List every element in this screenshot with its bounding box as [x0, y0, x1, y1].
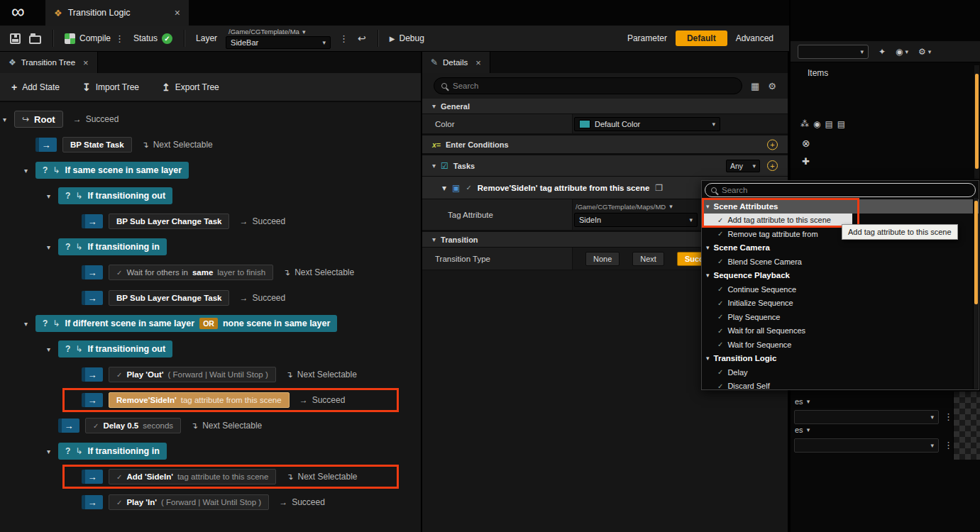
caret-down-icon[interactable]: ▾: [47, 243, 58, 251]
right-panel-dropdown[interactable]: ▾: [798, 45, 869, 59]
menu-item-delay[interactable]: ✓ Delay: [702, 365, 979, 379]
right-dropdown-2[interactable]: ▾: [794, 438, 939, 453]
right-dropdown-1[interactable]: ▾: [794, 410, 939, 424]
undo-icon[interactable]: ↩: [358, 33, 366, 44]
condition-node[interactable]: ? ↳ If transitioning out: [58, 187, 172, 204]
status-indicator[interactable]: Status ✓: [133, 33, 172, 44]
options-dots-icon[interactable]: ⋮: [944, 411, 954, 422]
condition-node[interactable]: ? ↳ If same scene in same layer: [35, 162, 189, 179]
menu-category-scene-camera[interactable]: ▾ Scene Camera: [702, 241, 979, 255]
caret-down-icon[interactable]: ▾: [3, 116, 14, 123]
tree-row-task[interactable]: → BP Sub Layer Change Task → Succeed: [0, 285, 421, 311]
visibility-button[interactable]: ◉ ▾: [896, 47, 908, 57]
layer-options-icon[interactable]: ⋮: [339, 33, 349, 44]
task-node[interactable]: BP Sub Layer Change Task: [109, 214, 229, 229]
tab-details[interactable]: ✎ Details ×: [422, 52, 490, 73]
compile-options-icon[interactable]: ⋮: [115, 33, 125, 44]
options-dots-icon[interactable]: ⋮: [944, 440, 954, 450]
column-view-icon[interactable]: ▦: [751, 81, 759, 92]
panel-icon-2[interactable]: ◉: [813, 119, 820, 129]
tree-row-task[interactable]: → ✓ Delay 0.5 seconds ↴ Next Selectable: [0, 413, 421, 438]
menu-search[interactable]: [705, 183, 976, 197]
task-node[interactable]: ✓ Play 'In' ( Forward | Wait Until Stop …: [109, 494, 269, 510]
section-enter-conditions[interactable]: x= Enter Conditions +: [422, 135, 788, 154]
menu-item-blend-scene-camera[interactable]: ✓ Blend Scene Camera: [702, 255, 979, 269]
tree-row-task-annotated[interactable]: → ✓ Add 'SideIn' tag attribute to this s…: [0, 464, 421, 489]
tab-transition-tree[interactable]: ❖ Transition Tree ×: [0, 52, 98, 73]
add-condition-icon[interactable]: +: [767, 139, 778, 150]
tree-row-task[interactable]: → ✓ Play 'Out' ( Forward | Wait Until St…: [0, 362, 421, 387]
sparkle-icon[interactable]: ✦: [879, 47, 886, 57]
circle-x-icon[interactable]: ⊗: [802, 138, 810, 149]
advanced-button[interactable]: Advanced: [736, 33, 773, 43]
tag-attribute-dropdown[interactable]: SideIn ▾: [574, 213, 698, 227]
tree-row-condition[interactable]: ▾ ? ↳ If same scene in same layer: [0, 157, 421, 183]
tag-attribute-path[interactable]: /Game/CGTemplate/Maps/MD ▾: [574, 203, 698, 211]
condition-node[interactable]: ? ↳ If transitioning in: [58, 443, 167, 460]
details-search[interactable]: [434, 77, 742, 94]
menu-category-sequence-playback[interactable]: ▾ Sequence Playback: [702, 269, 979, 283]
menu-item-continue-sequence[interactable]: ✓ Continue Sequence: [702, 282, 979, 297]
export-tree-button[interactable]: ↥ Export Tree: [162, 82, 219, 93]
compile-button[interactable]: Compile ⋮: [65, 33, 125, 44]
tree-row-condition[interactable]: ▾ ? ↳ If transitioning in: [0, 234, 421, 260]
settings-button[interactable]: ⚙ ▾: [918, 47, 931, 57]
menu-category-transition-logic[interactable]: ▾ Transition Logic: [702, 352, 979, 366]
tree-row-task[interactable]: → ✓ Wait for others in same layer to fin…: [0, 260, 421, 285]
close-icon[interactable]: ×: [83, 57, 89, 68]
transition-type-none-button[interactable]: None: [585, 252, 620, 266]
caret-down-icon[interactable]: ▾: [24, 167, 35, 174]
color-dropdown[interactable]: Default Color ▾: [574, 117, 720, 131]
tree-row-condition[interactable]: ▾ ? ↳ If transitioning in: [0, 438, 421, 464]
default-button[interactable]: Default: [676, 31, 727, 46]
task-node[interactable]: BP State Task: [62, 137, 132, 153]
menu-scrollbar-track[interactable]: [973, 198, 978, 389]
menu-item-discard-self[interactable]: ✓ Discard Self: [702, 379, 979, 391]
tree-row-task[interactable]: → BP Sub Layer Change Task → Succeed: [0, 209, 421, 234]
task-node-selected[interactable]: Remove'SideIn' tag attribute from this s…: [109, 392, 290, 408]
caret-down-icon[interactable]: ▾: [47, 192, 58, 200]
import-tree-button[interactable]: ↧ Import Tree: [82, 82, 139, 93]
menu-item-initialize-sequence[interactable]: ✓ Initialize Sequence: [702, 297, 979, 311]
right-scrollbar-thumb[interactable]: [975, 74, 979, 169]
details-search-input[interactable]: [453, 82, 734, 90]
section-tasks[interactable]: ▾ ☑ Tasks Any ▾ +: [422, 155, 788, 177]
menu-scrollbar-thumb[interactable]: [974, 201, 978, 304]
scene-monitor-icon[interactable]: ❐: [655, 183, 663, 193]
add-task-icon[interactable]: +: [767, 160, 778, 171]
menu-item-wait-for-all-sequences[interactable]: ✓ Wait for all Sequences: [702, 324, 979, 338]
menu-item-play-sequence[interactable]: ✓ Play Sequence: [702, 310, 979, 324]
panel-icon-4[interactable]: ▤: [837, 119, 845, 129]
task-node[interactable]: ✓ Add 'SideIn' tag attribute to this sce…: [109, 469, 276, 484]
condition-node[interactable]: ? ↳ If different scene in same layer OR …: [35, 315, 337, 332]
save-icon[interactable]: [10, 33, 21, 44]
tree-row-condition[interactable]: ▾ ? ↳ If transitioning out: [0, 336, 421, 362]
panel-icon-3[interactable]: ▤: [825, 119, 832, 129]
panel-icon-1[interactable]: ⁂: [800, 119, 809, 129]
task-node[interactable]: BP Sub Layer Change Task: [109, 290, 229, 306]
tree-row-condition-or[interactable]: ▾ ? ↳ If different scene in same layer O…: [0, 311, 421, 336]
close-icon[interactable]: ×: [475, 57, 481, 68]
menu-category-scene-attributes[interactable]: ▾ Scene Attributes: [702, 199, 979, 214]
browse-icon[interactable]: [29, 35, 41, 44]
menu-search-input[interactable]: [722, 186, 969, 194]
close-icon[interactable]: ×: [175, 7, 180, 18]
tab-transition-logic[interactable]: ❖ Transition Logic ×: [45, 0, 189, 26]
tree-row-task[interactable]: → BP State Task ↴ Next Selectable: [0, 132, 421, 157]
caret-down-icon[interactable]: ▾: [47, 448, 58, 455]
caret-down-icon[interactable]: ▾: [24, 320, 35, 328]
transition-type-next-button[interactable]: Next: [632, 252, 664, 266]
debug-button[interactable]: ▶ Debug: [390, 33, 424, 43]
caret-down-icon[interactable]: ▾: [47, 345, 58, 353]
task-node[interactable]: ✓ Wait for others in same layer to finis…: [109, 265, 273, 280]
condition-node[interactable]: ? ↳ If transitioning out: [58, 340, 172, 358]
root-node[interactable]: ↪ Root: [14, 111, 63, 128]
tasks-any-dropdown[interactable]: Any ▾: [726, 160, 760, 172]
condition-node[interactable]: ? ↳ If transitioning in: [58, 238, 167, 255]
tree-row-root[interactable]: ▾ ↪ Root → Succeed: [0, 106, 421, 132]
tree-row-condition[interactable]: ▾ ? ↳ If transitioning out: [0, 183, 421, 209]
menu-item-wait-for-sequence[interactable]: ✓ Wait for Sequence: [702, 338, 979, 352]
layer-combo[interactable]: /Game/CGTemplate/Ma ▾ SideBar ▾: [226, 28, 331, 49]
menu-item-add-tag-attribute[interactable]: ✓ Add tag attribute to this scene: [702, 214, 852, 228]
caret-down-icon[interactable]: ▾: [442, 183, 446, 193]
